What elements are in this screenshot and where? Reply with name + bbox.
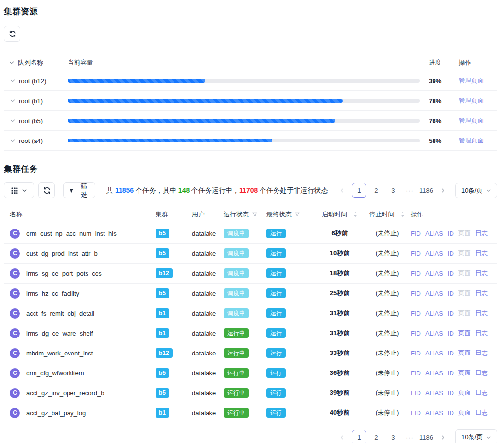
op-log-link[interactable]: 日志 <box>475 369 488 377</box>
op-id-link[interactable]: ID <box>448 270 454 277</box>
op-alias-link[interactable]: ALIAS <box>425 250 443 257</box>
task-avatar: C <box>10 328 20 338</box>
op-fid-link[interactable]: FID <box>411 270 421 277</box>
op-id-link[interactable]: ID <box>448 409 454 417</box>
op-log-link[interactable]: 日志 <box>475 289 488 298</box>
op-log-link[interactable]: 日志 <box>475 229 488 238</box>
op-alias-link[interactable]: ALIAS <box>425 409 443 417</box>
next-page-button[interactable] <box>436 430 451 443</box>
op-fid-link[interactable]: FID <box>411 409 421 417</box>
op-page-link[interactable]: 页面 <box>458 349 471 357</box>
task-row: C irms_hz_cc_facility b5 datalake 调度中 运行… <box>4 284 497 303</box>
pagination-ellipsis[interactable]: ··· <box>403 187 417 194</box>
funnel-icon[interactable] <box>295 212 300 217</box>
op-alias-link[interactable]: ALIAS <box>425 230 443 237</box>
run-status-badge: 调度中 <box>224 248 249 258</box>
run-status-badge: 调度中 <box>224 288 249 298</box>
chevron-down-icon[interactable] <box>10 98 16 104</box>
op-id-link[interactable]: ID <box>448 350 454 357</box>
page-size-select[interactable]: 10条/页 <box>455 429 497 443</box>
op-log-link[interactable]: 日志 <box>475 249 488 258</box>
op-page-link[interactable]: 页面 <box>458 408 471 417</box>
task-row: C crm_cust_np_acc_num_inst_his b5 datala… <box>4 224 497 244</box>
page-2-button[interactable]: 2 <box>369 183 383 198</box>
caret-up-down-icon[interactable] <box>353 211 358 218</box>
op-id-link[interactable]: ID <box>448 390 454 397</box>
resources-refresh-button[interactable] <box>4 26 20 42</box>
manage-page-link[interactable]: 管理页面 <box>459 97 484 104</box>
op-fid-link[interactable]: FID <box>411 370 421 377</box>
caret-up-down-icon[interactable] <box>400 211 405 218</box>
op-alias-link[interactable]: ALIAS <box>425 390 443 397</box>
page-2-button[interactable]: 2 <box>369 430 383 443</box>
start-time: 39秒前 <box>316 389 364 397</box>
col-queue-name: 队列名称 <box>18 58 43 67</box>
op-id-link[interactable]: ID <box>448 310 454 317</box>
op-log-link[interactable]: 日志 <box>475 408 488 417</box>
final-status-badge: 运行 <box>266 229 286 238</box>
op-log-link[interactable]: 日志 <box>475 349 488 357</box>
task-name: mbdm_work_event_inst <box>26 350 93 357</box>
task-row: C acct_gz_inv_oper_record_b b5 datalake … <box>4 383 497 403</box>
op-fid-link[interactable]: FID <box>411 250 421 257</box>
page-1-button[interactable]: 1 <box>352 183 366 198</box>
view-mode-dropdown-button[interactable] <box>4 182 34 198</box>
op-log-link[interactable]: 日志 <box>475 329 488 337</box>
chevron-down-icon[interactable] <box>10 78 16 84</box>
op-log-link[interactable]: 日志 <box>475 269 488 278</box>
op-id-link[interactable]: ID <box>448 330 454 337</box>
funnel-icon[interactable] <box>252 212 258 217</box>
page-size-label: 10条/页 <box>461 186 483 195</box>
op-alias-link[interactable]: ALIAS <box>425 310 443 317</box>
op-page-link[interactable]: 页面 <box>458 389 471 397</box>
page-1-button[interactable]: 1 <box>352 430 366 443</box>
op-id-link[interactable]: ID <box>448 290 454 297</box>
op-alias-link[interactable]: ALIAS <box>425 370 443 377</box>
queue-name-cell: root (b5) <box>4 117 68 124</box>
stop-time: (未停止) <box>364 249 411 258</box>
manage-page-link[interactable]: 管理页面 <box>459 77 484 84</box>
queue-name-cell: root (a4) <box>4 137 68 144</box>
page-last-button[interactable]: 1186 <box>419 430 434 443</box>
cluster-badge: b1 <box>156 328 169 338</box>
chevron-down-icon[interactable] <box>10 138 16 143</box>
op-id-link[interactable]: ID <box>448 250 454 257</box>
op-alias-link[interactable]: ALIAS <box>425 330 443 337</box>
page-last-button[interactable]: 1186 <box>419 183 434 198</box>
op-fid-link[interactable]: FID <box>411 310 421 317</box>
manage-page-link[interactable]: 管理页面 <box>459 137 484 144</box>
op-page-link: 页面 <box>458 269 471 278</box>
prev-page-button[interactable] <box>335 430 349 443</box>
queue-name: root (b1) <box>19 97 43 105</box>
tasks-refresh-button[interactable] <box>38 182 55 198</box>
op-id-link[interactable]: ID <box>448 370 454 377</box>
filter-button[interactable]: 筛选 <box>63 182 95 198</box>
op-log-link[interactable]: 日志 <box>475 389 488 397</box>
chevron-down-icon[interactable] <box>10 118 16 124</box>
task-avatar: C <box>10 388 20 398</box>
op-page-link[interactable]: 页面 <box>458 329 471 337</box>
op-alias-link[interactable]: ALIAS <box>425 270 443 277</box>
page-3-button[interactable]: 3 <box>386 183 400 198</box>
prev-page-button[interactable] <box>335 183 349 198</box>
chevron-down-icon <box>486 188 491 193</box>
next-page-button[interactable] <box>436 183 451 198</box>
task-ops: FIDALIASID页面日志 <box>411 269 497 278</box>
task-table-body: C crm_cust_np_acc_num_inst_his b5 datala… <box>4 224 497 423</box>
op-fid-link[interactable]: FID <box>411 290 421 297</box>
op-alias-link[interactable]: ALIAS <box>425 350 443 357</box>
op-fid-link[interactable]: FID <box>411 230 421 237</box>
manage-page-link[interactable]: 管理页面 <box>459 117 484 124</box>
page-size-select[interactable]: 10条/页 <box>455 183 497 198</box>
op-page-link[interactable]: 页面 <box>458 369 471 377</box>
start-time: 40秒前 <box>316 408 364 417</box>
op-log-link[interactable]: 日志 <box>475 309 488 318</box>
page-3-button[interactable]: 3 <box>386 430 400 443</box>
op-fid-link[interactable]: FID <box>411 330 421 337</box>
chevron-down-icon[interactable] <box>9 60 15 66</box>
pagination-ellipsis[interactable]: ··· <box>403 434 417 441</box>
op-fid-link[interactable]: FID <box>411 390 421 397</box>
op-fid-link[interactable]: FID <box>411 350 421 357</box>
op-alias-link[interactable]: ALIAS <box>425 290 443 297</box>
op-id-link[interactable]: ID <box>448 230 454 237</box>
